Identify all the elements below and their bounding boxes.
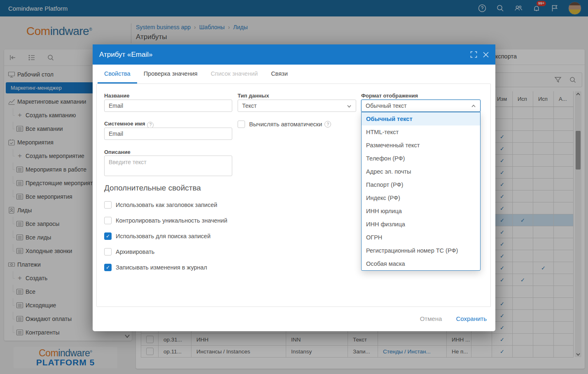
dropdown-option[interactable]: Обычный текст: [362, 112, 480, 125]
chevron-up-icon: [471, 103, 476, 108]
cancel-button[interactable]: Отмена: [420, 315, 442, 322]
checkbox-unchecked[interactable]: [104, 217, 112, 224]
dropdown-option[interactable]: Телефон (РФ): [362, 152, 480, 165]
name-input[interactable]: Email: [104, 100, 232, 112]
display-format-dropdown: Обычный текстHTML-текстРазмеченный текст…: [361, 112, 481, 271]
checkbox-label: Контролировать уникальность значений: [116, 217, 227, 224]
modal-title: Атрибут «Email»: [99, 51, 153, 59]
system-name-label: Системное имя?: [104, 121, 154, 128]
extra-checkbox-row[interactable]: Контролировать уникальность значений: [104, 217, 227, 224]
extra-checkbox-row[interactable]: ✓Использовать для поиска записей: [104, 232, 210, 240]
checkbox-unchecked[interactable]: [238, 121, 245, 128]
checkbox-checked[interactable]: ✓: [104, 264, 112, 271]
name-label: Название: [104, 93, 129, 99]
checkbox-label: Использовать для поиска записей: [116, 233, 210, 239]
modal-tabs: СвойстваПроверка значенияСписок значений…: [98, 65, 294, 84]
modal-footer: Отмена Сохранить: [420, 315, 487, 322]
description-textarea[interactable]: Введите текст: [104, 156, 232, 176]
dropdown-option[interactable]: HTML-текст: [362, 125, 480, 139]
checkbox-label: Архивировать: [116, 249, 154, 255]
expand-icon[interactable]: [470, 51, 477, 58]
description-label: Описание: [104, 149, 131, 155]
dropdown-option[interactable]: ОГРН: [362, 231, 480, 244]
chevron-down-icon: [347, 103, 352, 108]
tab-2[interactable]: Проверка значения: [137, 65, 204, 84]
display-format-combobox[interactable]: Обычный текст: [361, 100, 481, 112]
dropdown-option[interactable]: Адрес эл. почты: [362, 165, 480, 178]
extra-checkbox-row[interactable]: Архивировать: [104, 248, 154, 256]
extra-checkbox-row[interactable]: ✓Записывать изменения в журнал: [104, 264, 207, 271]
extra-properties-title: Дополнительные свойства: [104, 184, 201, 193]
checkbox-unchecked[interactable]: [104, 248, 112, 256]
dropdown-option[interactable]: Индекс (РФ): [362, 191, 480, 204]
display-format-label: Формат отображения: [361, 93, 418, 99]
application-window: Comindware Platform 99+ Comindware®: [0, 0, 588, 374]
tab-1[interactable]: Свойства: [98, 65, 137, 84]
checkbox-checked[interactable]: ✓: [104, 232, 112, 240]
tab-3: Список значений: [204, 65, 265, 84]
save-button[interactable]: Сохранить: [456, 315, 487, 322]
dropdown-option[interactable]: Регистрационный номер ТС (РФ): [362, 244, 480, 257]
data-type-select[interactable]: Текст: [238, 100, 356, 112]
checkbox-label: Использовать как заголовок записей: [116, 202, 217, 208]
dropdown-option[interactable]: ИНН физлица: [362, 218, 480, 231]
dropdown-option[interactable]: Размеченный текст: [362, 139, 480, 152]
system-name-input[interactable]: Email: [104, 128, 232, 140]
data-type-label: Тип данных: [238, 93, 269, 99]
dropdown-option[interactable]: Особая маска: [362, 257, 480, 270]
modal-header: Атрибут «Email»: [93, 44, 495, 65]
dropdown-option[interactable]: ИНН юрлица: [362, 204, 480, 218]
close-icon[interactable]: [482, 51, 490, 58]
checkbox-unchecked[interactable]: [104, 201, 112, 209]
extra-checkbox-row[interactable]: Использовать как заголовок записей: [104, 201, 217, 209]
calculate-automatically-checkbox[interactable]: Вычислять автоматически ?: [238, 121, 331, 128]
calculate-automatically-label: Вычислять автоматически: [249, 121, 322, 128]
dropdown-option[interactable]: Паспорт (РФ): [362, 178, 480, 191]
calculate-automatically-help-icon[interactable]: ?: [324, 121, 331, 128]
checkbox-label: Записывать изменения в журнал: [116, 264, 207, 271]
attribute-email-modal: Атрибут «Email» СвойстваПроверка значени…: [93, 44, 495, 331]
tab-4[interactable]: Связи: [264, 65, 294, 84]
